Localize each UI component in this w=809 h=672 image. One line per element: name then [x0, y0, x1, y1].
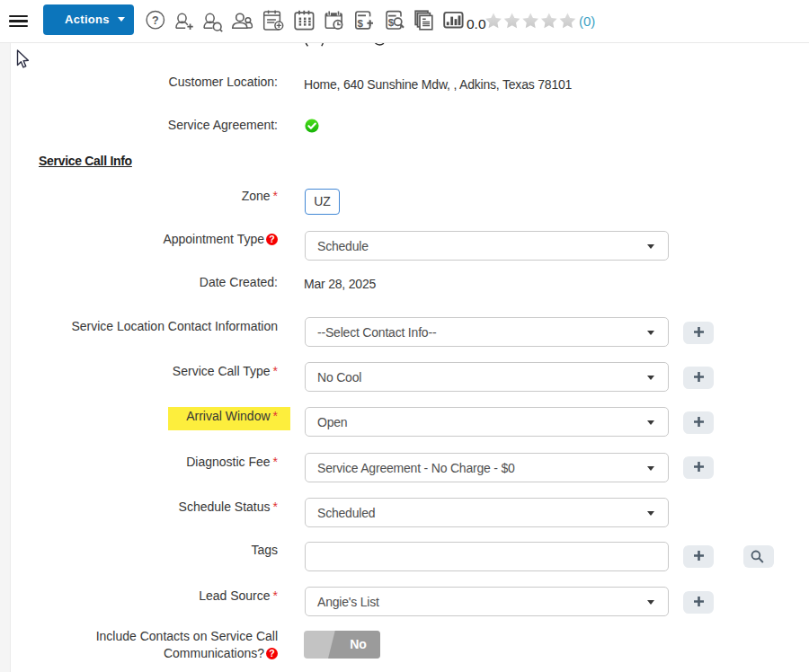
svg-text:?: ?: [152, 14, 159, 27]
svg-text:$: $: [388, 17, 395, 28]
svg-text:$: $: [358, 18, 364, 29]
